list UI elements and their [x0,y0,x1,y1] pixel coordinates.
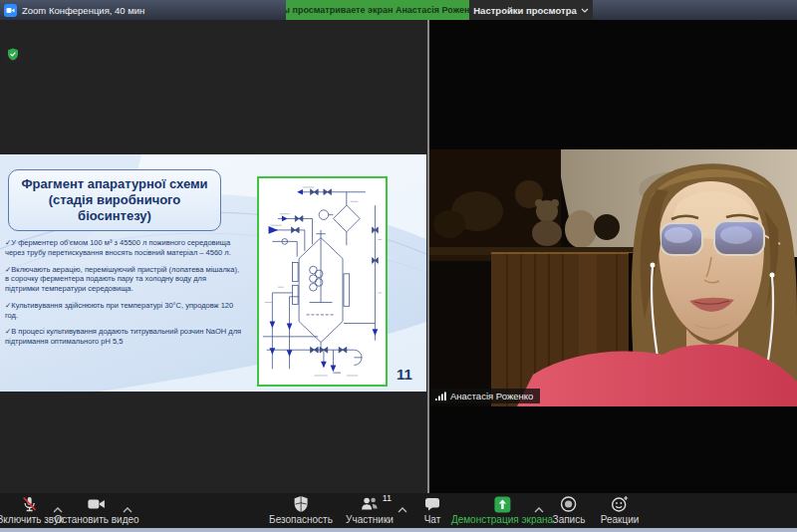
zoom-logo-icon [4,4,17,17]
chat-button[interactable]: Чат [423,495,441,525]
view-settings-button[interactable]: Настройки просмотра [469,0,593,20]
record-label: Запись [553,514,586,525]
participants-label: Участники [346,514,394,525]
reactions-icon [610,495,629,513]
participants-options-chevron[interactable] [398,499,407,517]
security-label: Безопасность [269,514,333,525]
process-diagram-frame [257,176,388,387]
meeting-title: Zoom Конференция, 40 мин [22,5,144,16]
chevron-down-icon [581,8,589,13]
signal-bars-icon [435,392,446,400]
participant-video-pane: Анастасія Роженко [429,20,797,493]
chat-label: Чат [424,514,441,525]
slide-bullets: ✓У ферментер об'ємом 100 м³ з 45500 л по… [5,238,242,354]
participant-name: Анастасія Роженко [450,391,533,401]
viewing-screen-banner: Вы просматриваете экран Анастасія Роженк… [286,0,469,20]
webcam-video: Анастасія Роженко [429,149,797,406]
participant-name-tag: Анастасія Роженко [431,389,540,403]
microphone-muted-icon [21,495,39,513]
participants-button[interactable]: 11 Участники [346,495,394,525]
slide-title: Фрагмент апаратурної схеми (стадія вироб… [17,176,212,225]
reactions-label: Реакции [601,514,640,525]
share-options-chevron[interactable] [534,499,544,517]
fermenter-diagram [259,178,385,384]
shared-screen-pane: Фрагмент апаратурної схеми (стадія вироб… [0,20,427,493]
record-icon [560,495,578,513]
encryption-shield-icon[interactable] [4,46,21,63]
video-options-chevron[interactable] [123,499,133,517]
slide-bullet: ✓Включають аерацію, перемішуючий пристрі… [5,265,242,294]
meeting-toolbar: Включить звук Остановить видео [0,493,797,528]
security-button[interactable]: Безопасность [269,495,333,525]
slide-bullet: ✓В процесі культивування додають титрува… [5,327,242,347]
presentation-slide: Фрагмент апаратурної схеми (стадія вироб… [0,154,426,392]
slide-bullet: ✓Культивування здійснюють при температур… [5,301,242,321]
top-bar: Zoom Конференция, 40 мин Вы просматривае… [0,0,797,20]
chat-bubble-icon [423,495,441,513]
shield-icon [292,495,310,513]
video-camera-icon [88,495,107,513]
zoom-meeting-window: Zoom Конференция, 40 мин Вы просматривае… [0,0,797,532]
view-settings-label: Настройки просмотра [473,5,576,16]
record-button[interactable]: Запись [553,495,586,525]
taskbar-edge [0,528,797,532]
reactions-button[interactable]: Реакции [601,495,640,525]
slide-bullet: ✓У ферментер об'ємом 100 м³ з 45500 л по… [5,238,242,258]
participants-count: 11 [383,493,392,503]
share-screen-icon [494,495,511,513]
participants-icon: 11 [360,495,380,513]
slide-page-number: 11 [397,366,412,383]
slide-title-box: Фрагмент апаратурної схеми (стадія вироб… [8,169,221,231]
